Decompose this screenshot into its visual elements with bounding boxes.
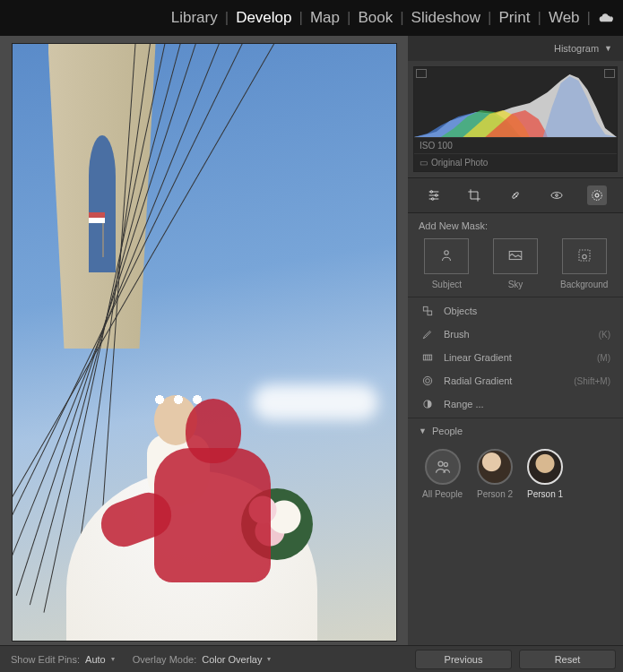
- tab-map[interactable]: Map: [310, 9, 340, 27]
- svg-point-24: [426, 379, 430, 383]
- tool-strip: [408, 177, 623, 213]
- sky-icon: [507, 247, 523, 265]
- mask-subject-label: Subject: [432, 280, 462, 289]
- separator: |: [587, 9, 591, 27]
- mask-overlay-person1[interactable]: [109, 399, 298, 641]
- people-person2[interactable]: Person 2: [477, 449, 513, 499]
- chevron-down-icon: ▼: [419, 426, 427, 435]
- bottom-bar: Show Edit Pins: Auto ▾ Overlay Mode: Col…: [0, 645, 623, 672]
- radial-gradient-icon: [420, 374, 435, 388]
- objects-icon: [420, 304, 435, 318]
- histogram-header[interactable]: Histogram ▼: [408, 36, 623, 61]
- clipping-shadows-icon[interactable]: [416, 69, 427, 78]
- svg-line-7: [514, 194, 515, 194]
- cloud-sync-icon[interactable]: [598, 11, 614, 26]
- svg-point-27: [444, 462, 447, 466]
- collapse-icon: ▼: [604, 44, 612, 53]
- add-mask-label: Add New Mask:: [408, 213, 623, 235]
- histogram-title: Histogram: [554, 43, 599, 54]
- people-person2-label: Person 2: [477, 489, 513, 499]
- mask-background-label: Background: [560, 280, 608, 289]
- tab-library[interactable]: Library: [171, 9, 218, 27]
- linear-shortcut: (M): [597, 353, 610, 363]
- brush-shortcut: (K): [599, 330, 610, 340]
- svg-rect-14: [509, 252, 522, 260]
- mask-subject-button[interactable]: Subject: [415, 238, 479, 289]
- mask-objects[interactable]: Objects: [408, 299, 623, 323]
- mask-radial-label: Radial Gradient: [444, 375, 512, 386]
- people-all-label: All People: [422, 489, 463, 499]
- pins-value: Auto: [85, 654, 106, 665]
- tab-slideshow[interactable]: Slideshow: [411, 9, 481, 27]
- edit-tool[interactable]: [424, 185, 444, 205]
- people-section-header[interactable]: ▼ People: [408, 418, 623, 444]
- overlay-mode-dropdown[interactable]: Overlay Mode: Color Overlay ▾: [133, 654, 272, 665]
- mask-linear-label: Linear Gradient: [444, 352, 512, 363]
- original-photo-label: Original Photo: [431, 158, 488, 168]
- range-icon: [420, 397, 435, 411]
- person-icon: [438, 247, 454, 265]
- crop-tool[interactable]: [464, 185, 484, 205]
- people-person1[interactable]: Person 1: [527, 449, 563, 499]
- svg-rect-18: [428, 311, 432, 315]
- avatar-person1: [527, 449, 563, 485]
- people-label: People: [432, 426, 463, 436]
- previous-button[interactable]: Previous: [415, 650, 512, 669]
- background-icon: [576, 247, 593, 265]
- mask-brush[interactable]: Brush (K): [408, 323, 623, 346]
- mask-buttons-row: Subject Sky Background: [408, 235, 623, 297]
- avatar-person2: [477, 449, 513, 485]
- pins-label: Show Edit Pins:: [11, 654, 80, 665]
- mask-range-label: Range ...: [444, 399, 484, 409]
- module-bar: Library | Develop | Map | Book | Slidesh…: [0, 0, 623, 36]
- svg-point-23: [423, 376, 431, 384]
- overlay-label: Overlay Mode:: [133, 654, 197, 665]
- tab-print[interactable]: Print: [499, 9, 531, 27]
- show-edit-pins-dropdown[interactable]: Show Edit Pins: Auto ▾: [11, 654, 115, 665]
- mask-brush-label: Brush: [444, 329, 470, 340]
- tab-develop[interactable]: Develop: [236, 9, 291, 27]
- mask-radial-gradient[interactable]: Radial Gradient (Shift+M): [408, 369, 623, 392]
- rectangle-icon: ▭: [420, 158, 428, 168]
- svg-point-16: [582, 254, 586, 259]
- histogram-graph[interactable]: [414, 67, 617, 137]
- mask-range[interactable]: Range ...: [408, 392, 623, 416]
- separator: |: [347, 9, 350, 27]
- healing-tool[interactable]: [506, 185, 525, 205]
- chevron-down-icon: ▾: [111, 655, 115, 663]
- separator: |: [299, 9, 303, 27]
- people-row: All People Person 2 Person 1: [408, 444, 623, 504]
- svg-line-8: [516, 196, 517, 197]
- chevron-down-icon: ▾: [267, 655, 271, 663]
- svg-point-26: [438, 461, 443, 466]
- canvas-area: [0, 36, 408, 645]
- svg-point-9: [551, 193, 562, 199]
- people-person1-label: Person 1: [527, 489, 563, 499]
- svg-rect-6: [512, 192, 519, 199]
- clipping-highlights-icon[interactable]: [604, 69, 615, 78]
- masking-tool[interactable]: [587, 185, 607, 205]
- mask-tools-list: Objects Brush (K) Linear Gradient (M) Ra…: [408, 297, 623, 418]
- linear-gradient-icon: [420, 350, 435, 365]
- redeye-tool[interactable]: [547, 185, 567, 205]
- overlay-value: Color Overlay: [202, 654, 262, 665]
- histogram-panel: ISO 100 ▭ Original Photo: [413, 66, 618, 172]
- original-photo-row[interactable]: ▭ Original Photo: [414, 153, 617, 171]
- reset-button[interactable]: Reset: [519, 650, 616, 669]
- iso-label: ISO 100: [420, 141, 453, 151]
- svg-rect-17: [423, 306, 428, 311]
- tab-book[interactable]: Book: [358, 9, 393, 27]
- separator: |: [400, 9, 403, 27]
- svg-point-10: [555, 194, 558, 197]
- mask-objects-label: Objects: [444, 306, 477, 316]
- svg-point-13: [445, 251, 449, 255]
- separator: |: [538, 9, 541, 27]
- mask-linear-gradient[interactable]: Linear Gradient (M): [408, 346, 623, 369]
- svg-point-11: [593, 191, 602, 201]
- radial-shortcut: (Shift+M): [574, 376, 610, 386]
- mask-sky-button[interactable]: Sky: [484, 238, 548, 289]
- mask-background-button[interactable]: Background: [552, 238, 616, 289]
- tab-web[interactable]: Web: [549, 9, 580, 27]
- photo-preview[interactable]: [12, 43, 397, 642]
- people-all[interactable]: All People: [422, 449, 463, 499]
